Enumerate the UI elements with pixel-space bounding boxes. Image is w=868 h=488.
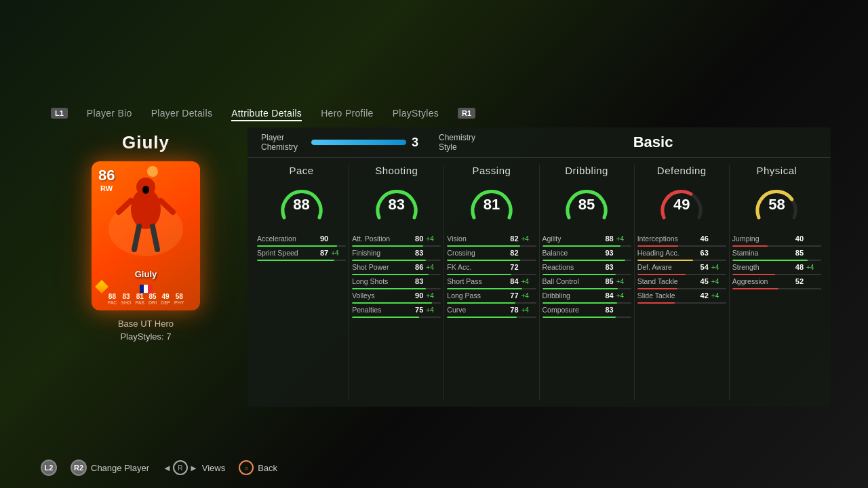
defending-column: Defending 49 Interceptions46 Heading Acc… xyxy=(635,165,730,400)
shooting-value: 83 xyxy=(372,180,421,229)
back-button[interactable]: ○ Back xyxy=(239,460,277,475)
acceleration-stat: Acceleration 90 xyxy=(257,235,346,243)
shooting-gauge: 83 xyxy=(372,180,421,229)
defending-value: 49 xyxy=(657,180,706,229)
views-button[interactable]: ◄ R ► Views xyxy=(163,460,225,475)
l2-button[interactable]: L2 xyxy=(41,460,57,476)
passing-column: Passing 81 Vision82+4 Crossing82 FK Acc.… xyxy=(444,165,539,400)
stats-panel: PlayerChemistry 3 ChemistryStyle Basic P… xyxy=(248,127,831,407)
svg-point-7 xyxy=(142,186,149,194)
playstyles-label: PlayStyles: 7 xyxy=(118,331,174,342)
l1-icon: L1 xyxy=(51,108,68,119)
chem-style-label: ChemistryStyle xyxy=(439,133,475,152)
back-label: Back xyxy=(258,463,277,473)
svg-point-8 xyxy=(147,166,158,177)
shooting-column: Shooting 83 Att. Position80+4 Finishing8… xyxy=(349,165,444,400)
dribbling-gauge: 85 xyxy=(562,180,611,229)
r1-icon: R1 xyxy=(458,108,475,119)
tab-player-details[interactable]: Player Details xyxy=(151,105,213,121)
basic-label: Basic xyxy=(489,134,817,151)
bottom-controls: L2 R2 Change Player ◄ R ► Views ○ Back xyxy=(41,460,277,476)
r-nav-icon: R xyxy=(173,460,188,475)
physical-value: 58 xyxy=(752,180,801,229)
chemistry-bar xyxy=(311,140,406,145)
passing-value: 81 xyxy=(467,180,516,229)
chemistry-label: PlayerChemistry xyxy=(261,133,298,152)
physical-gauge: 58 xyxy=(752,180,801,229)
physical-column: Physical 58 Jumping40 Stamina85 Strength… xyxy=(730,165,824,400)
pace-sub-stats: Acceleration 90 Sprint Speed 87 +4 xyxy=(257,235,346,261)
card-name-bottom: Giuly xyxy=(92,269,200,279)
chemistry-bar-fill xyxy=(311,140,406,145)
change-player-label: Change Player xyxy=(91,463,149,473)
player-card: 86 RW Giuly 88PAC 83SHO 81PAS xyxy=(92,161,200,310)
defending-title: Defending xyxy=(657,165,707,176)
card-flag xyxy=(140,285,152,293)
passing-sub-stats: Vision82+4 Crossing82 FK Acc.72 Short Pa… xyxy=(447,235,536,318)
passing-title: Passing xyxy=(472,165,511,176)
pace-column: Pace 88 Acceleration 90 Sprint Speed 87 xyxy=(254,165,349,400)
nav-tabs: L1 Player Bio Player Details Attribute D… xyxy=(51,105,475,121)
player-image xyxy=(102,161,190,256)
r2-icon: R2 xyxy=(71,460,87,476)
o-icon: ○ xyxy=(239,460,254,475)
player-info: Base UT Hero PlayStyles: 7 xyxy=(118,319,174,342)
defending-gauge: 49 xyxy=(657,180,706,229)
player-section: Giuly 86 RW Giuly 88PAC 83SHO xyxy=(51,132,241,342)
stats-columns: Pace 88 Acceleration 90 Sprint Speed 87 xyxy=(248,158,831,407)
shooting-title: Shooting xyxy=(375,165,418,176)
player-name: Giuly xyxy=(122,132,170,153)
panel-header: PlayerChemistry 3 ChemistryStyle Basic xyxy=(248,127,831,158)
card-stats-row: 88PAC 83SHO 81PAS 85DRI 49DEF 58PHY xyxy=(92,293,200,305)
pace-title: Pace xyxy=(289,165,313,176)
base-hero-label: Base UT Hero xyxy=(118,319,174,329)
card-rating: 86 xyxy=(98,167,115,184)
svg-point-2 xyxy=(131,188,161,229)
l2-icon: L2 xyxy=(41,460,57,476)
defending-sub-stats: Interceptions46 Heading Acc.63 Def. Awar… xyxy=(637,235,726,304)
shooting-sub-stats: Att. Position80+4 Finishing83 Shot Power… xyxy=(352,235,441,318)
card-position: RW xyxy=(100,184,113,192)
card-diamond xyxy=(95,280,108,293)
pace-value: 88 xyxy=(277,180,326,229)
tab-hero-profile[interactable]: Hero Profile xyxy=(321,105,374,121)
change-player-button[interactable]: R2 Change Player xyxy=(71,460,149,476)
tab-attribute-details[interactable]: Attribute Details xyxy=(231,105,302,121)
passing-gauge: 81 xyxy=(467,180,516,229)
tab-player-bio[interactable]: Player Bio xyxy=(87,105,132,121)
pace-gauge: 88 xyxy=(277,180,326,229)
dribbling-sub-stats: Agility88+4 Balance93 Reactions83 Ball C… xyxy=(542,235,631,318)
sprint-speed-stat: Sprint Speed 87 +4 xyxy=(257,249,346,257)
dribbling-title: Dribbling xyxy=(565,165,608,176)
tab-playstyles[interactable]: PlayStyles xyxy=(393,105,439,121)
chemistry-value: 3 xyxy=(412,136,418,150)
chemistry-bar-container: 3 xyxy=(311,136,418,150)
views-label: Views xyxy=(202,463,225,473)
physical-title: Physical xyxy=(757,165,797,176)
dribbling-value: 85 xyxy=(562,180,611,229)
physical-sub-stats: Jumping40 Stamina85 Strength48+4 Aggress… xyxy=(732,235,821,289)
dribbling-column: Dribbling 85 Agility88+4 Balance93 React… xyxy=(540,165,635,400)
